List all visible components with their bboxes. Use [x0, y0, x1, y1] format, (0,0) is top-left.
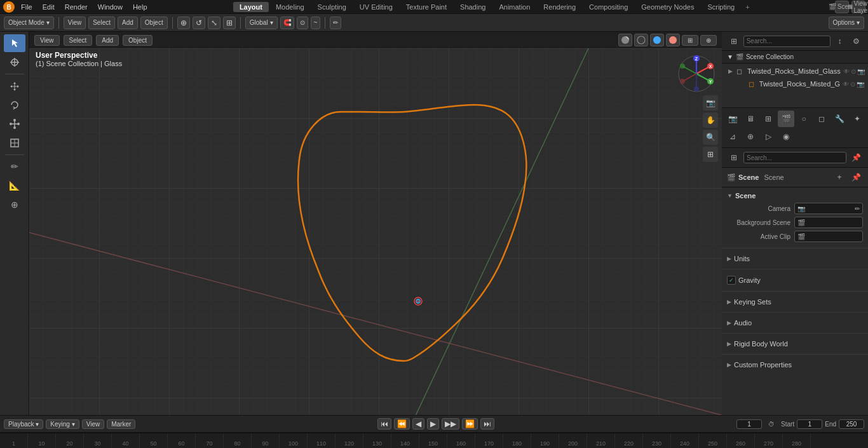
- viewport-add-menu[interactable]: Add: [96, 35, 119, 46]
- timeline-ruler[interactable]: 1 10 20 30 40 50 60 70 80 90 100 110 120…: [0, 433, 868, 448]
- camera-value[interactable]: 📷 ✏: [794, 203, 863, 214]
- viewport-shading-wireframe[interactable]: [634, 34, 648, 46]
- object-mode-selector[interactable]: Object Mode ▾: [4, 17, 54, 29]
- play-next[interactable]: ▶▶: [442, 418, 459, 430]
- viewport-move[interactable]: ✋: [703, 112, 718, 128]
- scale-tool[interactable]: ⤡: [208, 17, 220, 29]
- end-frame-input[interactable]: 250: [839, 419, 864, 429]
- viewport-select-menu[interactable]: Select: [64, 35, 93, 46]
- tab-scripting[interactable]: Scripting: [701, 2, 741, 12]
- tab-shading[interactable]: Shading: [454, 2, 492, 12]
- prop-icon-constraints[interactable]: ⊕: [742, 128, 759, 145]
- play-prev-frame[interactable]: ⏪: [394, 418, 410, 430]
- move-tool-sidebar[interactable]: [4, 77, 25, 95]
- render-icon-1[interactable]: 📷: [857, 81, 864, 88]
- tab-geometry-nodes[interactable]: Geometry Nodes: [635, 2, 700, 12]
- start-frame-input[interactable]: 1: [797, 419, 822, 429]
- audio-collapse[interactable]: ▶ Audio: [727, 317, 863, 329]
- scene-section-header[interactable]: ▼ Scene: [727, 190, 863, 201]
- outliner-item-0[interactable]: ▶ ◻ Twisted_Rocks_Misted_Glass 👁 ⊙ 📷: [722, 65, 868, 78]
- prop-icon-data[interactable]: ▷: [760, 128, 776, 145]
- viewport-navigation-gizmo[interactable]: X Y Z: [677, 55, 715, 93]
- tab-animation[interactable]: Animation: [492, 2, 536, 12]
- prop-icon-physics[interactable]: ⊿: [724, 128, 741, 145]
- select-menu[interactable]: Select: [88, 17, 115, 29]
- play-button[interactable]: ▶: [427, 418, 439, 430]
- gravity-checkbox[interactable]: ✓: [727, 276, 736, 285]
- viewport-zoom[interactable]: 🔍: [703, 130, 718, 145]
- prop-icon-output[interactable]: 🖥: [742, 111, 759, 127]
- render-icon-0[interactable]: 📷: [857, 68, 865, 75]
- prop-icon-modifier[interactable]: 🔧: [831, 111, 848, 127]
- viewport-overlay-toggle[interactable]: ⊞: [682, 35, 698, 46]
- viewport-render-border[interactable]: ⊞: [703, 147, 718, 162]
- viewport-camera-view[interactable]: 📷: [703, 95, 718, 111]
- tab-compositing[interactable]: Compositing: [583, 2, 634, 12]
- play-next-frame[interactable]: ⏩: [462, 418, 478, 430]
- select-icon-0[interactable]: ⊙: [851, 68, 856, 75]
- tab-uv-editing[interactable]: UV Editing: [353, 2, 399, 12]
- select-icon-1[interactable]: ⊙: [850, 81, 855, 88]
- prop-pin-icon[interactable]: 📌: [849, 151, 863, 165]
- view-layer-selector[interactable]: ⊞ View Layer: [851, 1, 865, 13]
- move-tool[interactable]: ⊕: [177, 17, 190, 29]
- prop-icon-material[interactable]: ◉: [778, 128, 794, 145]
- gravity-collapse[interactable]: ✓ Gravity: [727, 274, 863, 287]
- viewport-shading-material[interactable]: [650, 34, 664, 46]
- outliner-search-input[interactable]: [743, 36, 831, 47]
- tab-layout[interactable]: Layout: [233, 2, 269, 12]
- outliner-filter-icon[interactable]: ⊞: [727, 34, 741, 48]
- prop-icon-render[interactable]: 📷: [724, 111, 741, 127]
- tab-modeling[interactable]: Modeling: [269, 2, 311, 12]
- viewport-shading-rendered[interactable]: [666, 34, 680, 46]
- scale-tool-sidebar[interactable]: [4, 115, 25, 133]
- tab-rendering[interactable]: Rendering: [537, 2, 582, 12]
- viewport-object-menu[interactable]: Object: [123, 35, 153, 46]
- eye-icon-0[interactable]: 👁: [843, 68, 850, 75]
- rotate-tool-sidebar[interactable]: [4, 96, 25, 114]
- background-scene-value[interactable]: 🎬: [794, 217, 863, 228]
- eye-icon-1[interactable]: 👁: [843, 81, 849, 88]
- rigid-body-collapse[interactable]: ▶ Rigid Body World: [727, 338, 863, 350]
- current-frame-input[interactable]: 1: [736, 419, 762, 429]
- keying-button[interactable]: Keying ▾: [46, 419, 79, 429]
- prop-icon-world[interactable]: ○: [796, 111, 812, 127]
- measure-tool[interactable]: 📐: [4, 177, 25, 194]
- prop-icon-scene[interactable]: 🎬: [778, 111, 794, 127]
- view-menu[interactable]: View: [64, 17, 86, 29]
- custom-props-collapse[interactable]: ▶ Custom Properties: [727, 359, 863, 370]
- outliner-sort-icon[interactable]: ↕: [833, 34, 847, 48]
- select-tool[interactable]: [4, 34, 25, 52]
- rotate-tool[interactable]: ↺: [193, 17, 205, 29]
- annotate-tool[interactable]: ✏: [4, 158, 25, 175]
- viewport-view-menu[interactable]: View: [34, 35, 60, 46]
- grease-pencil[interactable]: ✏: [330, 17, 341, 29]
- play-prev[interactable]: ◀: [412, 418, 424, 430]
- prop-icon-view-layer[interactable]: ⊞: [760, 111, 776, 127]
- transform-tool-sidebar[interactable]: [4, 134, 25, 152]
- play-last-frame[interactable]: ⏭: [480, 418, 494, 430]
- object-menu[interactable]: Object: [140, 17, 168, 29]
- snap-toggle[interactable]: 🧲: [280, 17, 294, 29]
- outliner-item-1[interactable]: ◻ Twisted_Rocks_Misted_G 👁 ⊙ 📷: [722, 78, 868, 90]
- marker-button[interactable]: Marker: [107, 419, 135, 429]
- tab-sculpting[interactable]: Sculpting: [311, 2, 353, 12]
- playback-button[interactable]: Playback ▾: [4, 419, 43, 429]
- tab-texture-paint[interactable]: Texture Paint: [400, 2, 453, 12]
- collection-expand-arrow[interactable]: ▼: [727, 53, 733, 60]
- prop-icon-particles[interactable]: ✦: [849, 111, 865, 127]
- units-collapse[interactable]: ▶ Units: [727, 253, 863, 264]
- timeline-view-button[interactable]: View: [82, 419, 105, 429]
- proportional-connected[interactable]: ~: [311, 17, 321, 29]
- active-clip-value[interactable]: 🎬: [794, 231, 863, 242]
- transform-orientation[interactable]: Global ▾: [245, 17, 278, 29]
- prop-icon-object[interactable]: ◻: [813, 111, 830, 127]
- proportional-edit[interactable]: ⊙: [297, 17, 308, 29]
- outliner-settings-icon[interactable]: ⚙: [849, 34, 863, 48]
- play-first-frame[interactable]: ⏮: [377, 418, 391, 430]
- fps-icon[interactable]: ⏱: [764, 417, 778, 431]
- prop-search-input[interactable]: [743, 152, 846, 163]
- menu-edit[interactable]: Edit: [38, 2, 59, 12]
- menu-file[interactable]: File: [17, 2, 37, 12]
- viewport-gizmo-toggle[interactable]: ⊕: [700, 35, 717, 46]
